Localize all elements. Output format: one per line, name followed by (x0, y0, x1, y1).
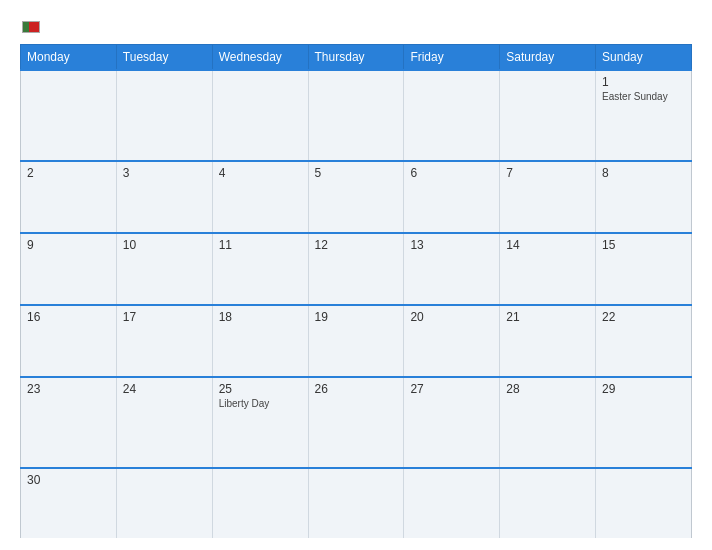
calendar-cell: 29 (596, 377, 692, 468)
day-number: 21 (506, 310, 589, 324)
calendar-cell: 14 (500, 233, 596, 305)
calendar-cell (212, 468, 308, 538)
day-number: 11 (219, 238, 302, 252)
calendar-cell (21, 70, 117, 161)
day-number: 13 (410, 238, 493, 252)
weekday-header-sunday: Sunday (596, 45, 692, 71)
calendar-cell: 23 (21, 377, 117, 468)
week-row-2: 2345678 (21, 161, 692, 233)
day-number: 2 (27, 166, 110, 180)
logo-flag-icon (22, 21, 40, 33)
calendar-cell: 27 (404, 377, 500, 468)
calendar-cell: 9 (21, 233, 117, 305)
calendar-cell: 25Liberty Day (212, 377, 308, 468)
day-number: 30 (27, 473, 110, 487)
calendar-cell (116, 468, 212, 538)
calendar-cell: 21 (500, 305, 596, 377)
week-row-5: 232425Liberty Day26272829 (21, 377, 692, 468)
calendar-cell: 8 (596, 161, 692, 233)
day-number: 29 (602, 382, 685, 396)
calendar-table: MondayTuesdayWednesdayThursdayFridaySatu… (20, 44, 692, 538)
day-number: 20 (410, 310, 493, 324)
day-number: 23 (27, 382, 110, 396)
day-number: 6 (410, 166, 493, 180)
calendar-cell (308, 70, 404, 161)
calendar-cell: 20 (404, 305, 500, 377)
weekday-header-thursday: Thursday (308, 45, 404, 71)
calendar-cell: 16 (21, 305, 117, 377)
day-number: 7 (506, 166, 589, 180)
week-row-4: 16171819202122 (21, 305, 692, 377)
day-number: 22 (602, 310, 685, 324)
day-number: 19 (315, 310, 398, 324)
weekday-header-friday: Friday (404, 45, 500, 71)
week-row-3: 9101112131415 (21, 233, 692, 305)
day-number: 8 (602, 166, 685, 180)
calendar-cell: 22 (596, 305, 692, 377)
day-number: 24 (123, 382, 206, 396)
calendar-cell (116, 70, 212, 161)
calendar-cell (404, 70, 500, 161)
calendar-cell (404, 468, 500, 538)
day-number: 16 (27, 310, 110, 324)
calendar-cell: 4 (212, 161, 308, 233)
calendar-cell: 26 (308, 377, 404, 468)
calendar-cell: 10 (116, 233, 212, 305)
day-number: 18 (219, 310, 302, 324)
day-number: 28 (506, 382, 589, 396)
day-number: 9 (27, 238, 110, 252)
calendar-page: MondayTuesdayWednesdayThursdayFridaySatu… (0, 0, 712, 550)
weekday-header-tuesday: Tuesday (116, 45, 212, 71)
day-number: 3 (123, 166, 206, 180)
calendar-cell: 12 (308, 233, 404, 305)
day-number: 26 (315, 382, 398, 396)
header (20, 18, 692, 34)
calendar-cell: 30 (21, 468, 117, 538)
calendar-cell: 24 (116, 377, 212, 468)
calendar-cell: 6 (404, 161, 500, 233)
day-number: 4 (219, 166, 302, 180)
calendar-cell: 15 (596, 233, 692, 305)
calendar-cell: 19 (308, 305, 404, 377)
day-number: 17 (123, 310, 206, 324)
calendar-cell (500, 70, 596, 161)
calendar-cell: 18 (212, 305, 308, 377)
calendar-cell (308, 468, 404, 538)
calendar-cell (596, 468, 692, 538)
day-number: 5 (315, 166, 398, 180)
calendar-cell: 2 (21, 161, 117, 233)
calendar-cell: 3 (116, 161, 212, 233)
day-number: 10 (123, 238, 206, 252)
logo (20, 18, 40, 34)
week-row-6: 30 (21, 468, 692, 538)
calendar-cell: 17 (116, 305, 212, 377)
day-number: 12 (315, 238, 398, 252)
week-row-1: 1Easter Sunday (21, 70, 692, 161)
weekday-header-monday: Monday (21, 45, 117, 71)
day-number: 14 (506, 238, 589, 252)
calendar-cell (500, 468, 596, 538)
day-number: 25 (219, 382, 302, 396)
day-event: Liberty Day (219, 398, 302, 409)
calendar-cell: 11 (212, 233, 308, 305)
logo-general (20, 18, 40, 34)
day-event: Easter Sunday (602, 91, 685, 102)
calendar-cell: 7 (500, 161, 596, 233)
weekday-header-row: MondayTuesdayWednesdayThursdayFridaySatu… (21, 45, 692, 71)
calendar-cell (212, 70, 308, 161)
calendar-cell: 28 (500, 377, 596, 468)
day-number: 15 (602, 238, 685, 252)
weekday-header-saturday: Saturday (500, 45, 596, 71)
calendar-cell: 13 (404, 233, 500, 305)
day-number: 1 (602, 75, 685, 89)
calendar-cell: 1Easter Sunday (596, 70, 692, 161)
calendar-cell: 5 (308, 161, 404, 233)
weekday-header-wednesday: Wednesday (212, 45, 308, 71)
day-number: 27 (410, 382, 493, 396)
